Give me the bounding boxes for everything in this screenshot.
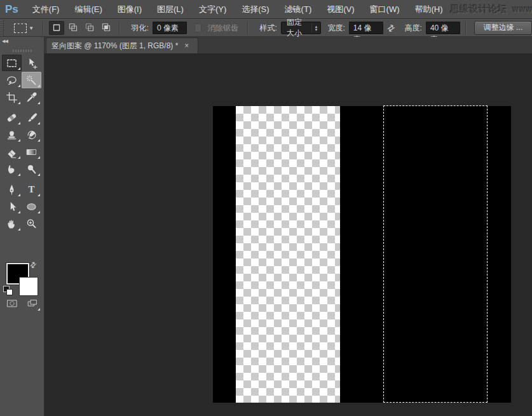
- spinner-icon: ▲▼: [311, 23, 318, 32]
- style-select[interactable]: 固定大小 ▲▼: [281, 22, 322, 34]
- document-canvas[interactable]: [213, 106, 511, 403]
- svg-text:T: T: [29, 184, 35, 194]
- height-label: 高度:: [405, 23, 422, 34]
- canvas-workspace[interactable]: [44, 54, 532, 416]
- watermark: 思缘设计论坛 WWW.MISSYUAN.COM: [451, 4, 532, 15]
- move-icon: [25, 57, 38, 70]
- panel-grip[interactable]: [13, 50, 32, 52]
- swap-dimensions-icon[interactable]: ⇄: [385, 22, 397, 34]
- history-icon: [25, 128, 38, 142]
- panel-bottom-buttons: [0, 299, 44, 315]
- stamp-icon: [5, 128, 18, 142]
- spot-healing-brush-tool[interactable]: [2, 109, 22, 126]
- separator: [465, 22, 467, 34]
- menu-layer[interactable]: 图层(L): [149, 0, 191, 19]
- eyedropper-tool[interactable]: [22, 89, 41, 105]
- menu-type[interactable]: 文字(Y): [191, 0, 234, 19]
- marquee-icon: [5, 57, 18, 70]
- tools-panel: ◀◀ T ⇄: [0, 37, 44, 416]
- smudge-tool[interactable]: [2, 161, 22, 177]
- rectangular-marquee-tool[interactable]: [2, 55, 22, 71]
- feather-label: 羽化:: [132, 23, 149, 34]
- close-icon[interactable]: ×: [184, 41, 189, 50]
- add-to-selection-button[interactable]: [65, 21, 81, 35]
- lasso-icon: [5, 74, 18, 87]
- brush-tool[interactable]: [22, 109, 41, 126]
- move-tool[interactable]: [22, 55, 41, 71]
- hand-icon: [5, 217, 18, 231]
- hand-tool[interactable]: [2, 215, 22, 232]
- menu-help[interactable]: 帮助(H): [407, 0, 451, 19]
- chevron-down-icon: ▼: [29, 25, 34, 31]
- selection-mode-group: [49, 21, 114, 35]
- intersect-selection-icon: [101, 22, 111, 34]
- document-tab-title: 竖向图案 @ 1170% (图层 1, RGB/8) *: [51, 41, 178, 51]
- type-icon: T: [25, 183, 38, 196]
- menu-window[interactable]: 窗口(W): [362, 0, 407, 19]
- antialias-checkbox[interactable]: [194, 23, 201, 32]
- smudge-icon: [5, 163, 18, 176]
- menu-filter[interactable]: 滤镜(T): [277, 0, 320, 19]
- document-tab-bar: 竖向图案 @ 1170% (图层 1, RGB/8) * ×: [44, 37, 532, 54]
- add-to-selection-icon: [68, 22, 78, 34]
- menu-edit[interactable]: 编辑(E): [67, 0, 109, 19]
- width-label: 宽度:: [327, 23, 344, 34]
- ellipse-icon: [25, 200, 38, 213]
- style-select-value: 固定大小: [287, 17, 306, 39]
- watermark-site-name: 思缘设计论坛: [451, 4, 508, 15]
- intersect-selection-button[interactable]: [99, 21, 114, 35]
- dodge-tool[interactable]: [22, 161, 41, 177]
- color-picker-widget: ⇄: [0, 260, 44, 300]
- watermark-site-url: WWW.MISSYUAN.COM: [513, 6, 532, 13]
- gradient-icon: [25, 145, 38, 159]
- separator: [247, 22, 249, 34]
- new-selection-icon: [51, 22, 62, 34]
- transparent-checkerboard-region: [236, 106, 340, 403]
- selection-marquee: [383, 105, 488, 403]
- crop-icon: [5, 91, 18, 104]
- separator: [119, 22, 120, 34]
- pen-tool[interactable]: [2, 181, 22, 198]
- ellipse-tool[interactable]: [22, 198, 41, 215]
- height-input[interactable]: 40 像素: [426, 22, 460, 34]
- menu-view[interactable]: 视图(V): [319, 0, 362, 19]
- quick-mask-button[interactable]: [4, 299, 20, 311]
- screen-mode-button[interactable]: [24, 299, 41, 311]
- default-background-icon: [6, 289, 13, 295]
- background-color-swatch[interactable]: [19, 277, 38, 296]
- quick-mask-icon: [5, 298, 19, 312]
- type-tool[interactable]: T: [22, 181, 41, 198]
- zoomtool-icon: [25, 217, 38, 231]
- lasso-tool[interactable]: [2, 72, 22, 88]
- options-bar-grip[interactable]: [0, 20, 4, 36]
- eraser-tool[interactable]: [2, 144, 22, 160]
- clone-stamp-tool[interactable]: [2, 126, 22, 143]
- document-tab[interactable]: 竖向图案 @ 1170% (图层 1, RGB/8) * ×: [46, 37, 198, 53]
- default-colors-button[interactable]: [3, 286, 12, 295]
- pen-icon: [5, 183, 18, 196]
- dropper-icon: [25, 91, 38, 104]
- marquee-preset-icon: [14, 23, 27, 33]
- gradient-tool[interactable]: [22, 144, 41, 160]
- zoom-tool[interactable]: [22, 215, 41, 232]
- brush-icon: [25, 111, 38, 124]
- feather-input[interactable]: 0 像素: [153, 22, 187, 34]
- collapse-panel-button[interactable]: ◀◀: [2, 39, 8, 44]
- menu-bar: Ps 文件(F)编辑(E)图像(I)图层(L)文字(Y)选择(S)滤镜(T)视图…: [0, 0, 532, 19]
- menu-image[interactable]: 图像(I): [110, 0, 149, 19]
- swap-colors-icon[interactable]: ⇄: [28, 259, 39, 270]
- menu-select[interactable]: 选择(S): [234, 0, 276, 19]
- separator: [43, 22, 44, 34]
- tool-preset-picker[interactable]: ▼: [10, 22, 38, 34]
- history-brush-tool[interactable]: [22, 126, 41, 143]
- menu-file[interactable]: 文件(F): [25, 0, 67, 19]
- tool-grid: T: [2, 55, 43, 232]
- crop-tool[interactable]: [2, 89, 22, 105]
- refine-edge-button[interactable]: 调整边缘 ...: [474, 21, 532, 35]
- magic-wand-tool[interactable]: [22, 72, 41, 88]
- width-input[interactable]: 14 像素: [349, 22, 383, 34]
- path-selection-tool[interactable]: [2, 198, 22, 215]
- subtract-from-selection-icon: [85, 22, 95, 34]
- subtract-from-selection-button[interactable]: [82, 21, 97, 35]
- new-selection-button[interactable]: [49, 21, 64, 35]
